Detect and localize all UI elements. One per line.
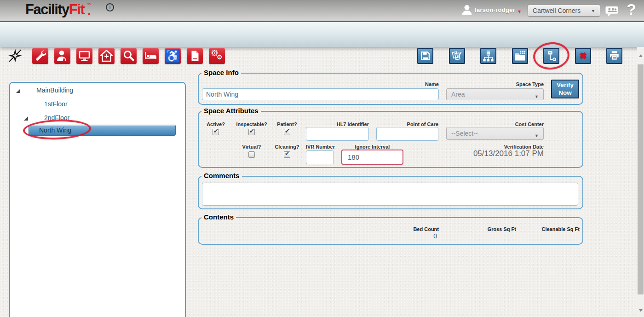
- virtual-checkbox[interactable]: [248, 151, 255, 158]
- space-type-select[interactable]: Area: [446, 88, 544, 100]
- space-contents-button[interactable]: [512, 48, 528, 64]
- annotation-circle-toolbar: [532, 40, 571, 71]
- logo-fit-text: Fit⌁: [69, 1, 84, 17]
- patient-checkbox[interactable]: [284, 129, 290, 135]
- print-button[interactable]: [606, 48, 622, 64]
- cost-center-select[interactable]: --Select--: [446, 127, 544, 140]
- building-hierarchy-button[interactable]: [480, 48, 496, 64]
- logo-facility-text: Facility: [25, 1, 69, 17]
- virtual-checkbox-label: Virtual?: [233, 144, 270, 150]
- feedback-chat-button[interactable]: [605, 5, 619, 17]
- expand-triangle-icon[interactable]: [24, 116, 28, 121]
- copy-space-button[interactable]: [449, 48, 465, 64]
- verification-date-value: 05/13/2016 1:07 PM: [419, 149, 544, 158]
- bed-count-label: Bed Count: [374, 226, 439, 232]
- scrollbar-thumb[interactable]: [638, 64, 644, 294]
- facilityfit-page: FacilityFit⌁ i larson-rodger Cartwell Co…: [0, 0, 644, 317]
- chat-people-icon: [605, 5, 619, 17]
- space-attributes-legend: Space Attributes: [201, 107, 261, 115]
- ignore-interval-input[interactable]: [341, 150, 403, 165]
- compass-button[interactable]: [6, 47, 24, 66]
- comments-fieldset: Comments: [198, 176, 583, 209]
- inspectable-checkbox[interactable]: [248, 129, 255, 135]
- cleanable-sqft-label: Cleanable Sq Ft: [514, 226, 580, 232]
- monitor-icon: [76, 48, 92, 64]
- cleaning-checkbox-label: Cleaning?: [271, 144, 303, 150]
- ivr-number-input[interactable]: [306, 150, 334, 164]
- info-icon[interactable]: i: [106, 3, 114, 12]
- help-icon[interactable]: ?: [627, 0, 636, 18]
- search-button[interactable]: [121, 48, 137, 64]
- tree-item-1stfloor[interactable]: 1stFloor: [44, 100, 68, 108]
- main-toolbar: ♿ ⚙ ⚙: [0, 22, 644, 47]
- contents-fieldset: Contents Bed Count 0 Gross Sq Ft Cleanab…: [198, 217, 583, 245]
- name-input[interactable]: [202, 88, 439, 100]
- ignore-interval-label: Ignore Interval: [341, 144, 403, 150]
- reports-button[interactable]: [187, 48, 203, 64]
- comments-textarea[interactable]: [202, 183, 578, 206]
- copy-edit-icon: [450, 49, 464, 63]
- settings-gears-icon: ⚙ ⚙: [209, 48, 225, 64]
- app-header: FacilityFit⌁ i larson-rodger Cartwell Co…: [0, 0, 644, 21]
- wheelchair-icon: ♿: [165, 48, 181, 64]
- comments-legend: Comments: [201, 172, 242, 179]
- point-of-care-input[interactable]: [376, 127, 438, 141]
- active-checkbox-label: Active?: [202, 121, 230, 127]
- scrollbar-down-button[interactable]: [639, 309, 643, 312]
- bed-count-value: 0: [374, 232, 437, 240]
- building-hierarchy-icon: [481, 49, 495, 63]
- space-info-fieldset: Space Info Name Space Type Area Verify N…: [198, 73, 583, 105]
- verify-now-button[interactable]: Verify Now: [551, 80, 579, 98]
- space-info-legend: Space Info: [201, 69, 241, 76]
- point-of-care-label: Point of Care: [376, 121, 438, 127]
- search-icon: [121, 48, 137, 64]
- user-avatar-icon: [461, 4, 472, 17]
- space-type-value: Area: [451, 91, 465, 98]
- delete-x-icon: [576, 49, 590, 63]
- logo-gear-icon: ⌁: [87, 0, 91, 7]
- cleaning-checkbox[interactable]: [284, 151, 290, 158]
- facility-select[interactable]: Cartwell Corners: [528, 5, 600, 17]
- monitor-button[interactable]: [76, 48, 92, 64]
- delete-button[interactable]: [575, 48, 591, 64]
- bed-icon: [143, 48, 159, 64]
- username-menu[interactable]: larson-rodger: [475, 6, 515, 13]
- settings-button[interactable]: ⚙ ⚙: [209, 48, 225, 64]
- username-caret-icon: [518, 7, 522, 14]
- tree-item-mainbuilding[interactable]: MainBuilding: [36, 86, 73, 94]
- space-tree-panel: MainBuilding 1stFloor 2ndFloor North Win…: [9, 82, 186, 317]
- username-label: larson-rodger: [475, 6, 515, 13]
- staff-person-icon: [54, 48, 70, 64]
- maintenance-button[interactable]: [32, 48, 48, 64]
- hl7-identifier-input[interactable]: [306, 127, 369, 141]
- scrollbar-up-button[interactable]: [639, 54, 643, 57]
- cost-center-value: --Select--: [451, 130, 478, 137]
- save-icon: [418, 49, 432, 63]
- name-label: Name: [202, 81, 439, 87]
- beds-button[interactable]: [143, 48, 159, 64]
- add-home-icon: [98, 48, 115, 64]
- compass-icon: [6, 47, 24, 64]
- folder-grid-icon: [513, 49, 527, 63]
- space-attributes-fieldset: Space Attributes Active? Inspectable? Pa…: [198, 111, 583, 168]
- contents-legend: Contents: [201, 213, 236, 221]
- wrench-icon: [32, 48, 48, 64]
- expand-triangle-icon[interactable]: [16, 89, 20, 93]
- add-space-button[interactable]: [98, 48, 115, 64]
- save-button[interactable]: [417, 48, 433, 64]
- staff-button[interactable]: [54, 48, 70, 64]
- ivr-number-label: IVR Number: [306, 144, 335, 150]
- cost-center-label: Cost Center: [446, 121, 544, 127]
- accessibility-button[interactable]: ♿: [165, 48, 181, 64]
- app-logo: FacilityFit⌁: [25, 1, 84, 18]
- inspectable-checkbox-label: Inspectable?: [233, 121, 270, 127]
- gross-sqft-label: Gross Sq Ft: [451, 226, 516, 232]
- document-icon: [187, 48, 203, 64]
- active-checkbox[interactable]: [213, 129, 219, 135]
- logo-dot: [88, 13, 90, 15]
- print-icon: [607, 49, 621, 63]
- patient-checkbox-label: Patient?: [271, 121, 303, 127]
- facility-select-value: Cartwell Corners: [533, 7, 581, 14]
- hl7-identifier-label: HL7 Identifier: [306, 121, 369, 127]
- space-type-label: Space Type: [446, 81, 544, 87]
